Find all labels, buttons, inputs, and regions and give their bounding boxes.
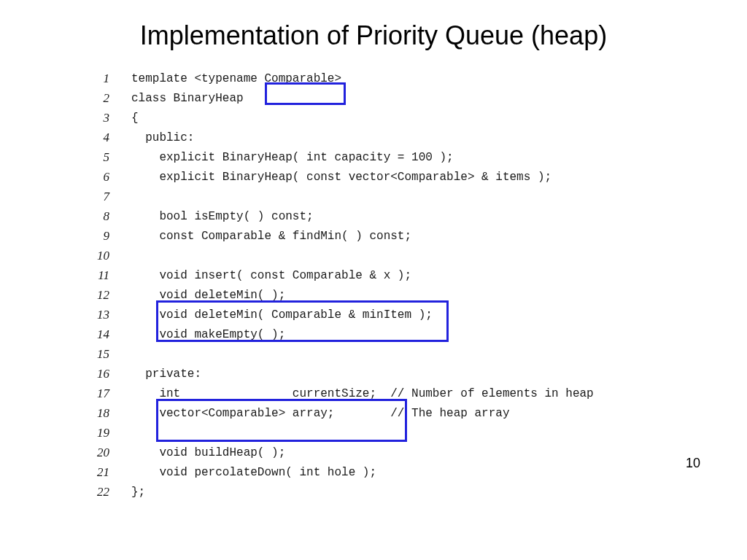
code-block: 1template <typename Comparable>2class Bi… — [88, 69, 747, 502]
code-text: vector<Comparable> array; // The heap ar… — [131, 407, 509, 420]
code-line: 7 — [88, 187, 747, 206]
line-number: 2 — [88, 91, 109, 106]
code-text: class BinaryHeap — [131, 92, 244, 105]
code-line: 11 void insert( const Comparable & x ); — [88, 265, 747, 285]
code-line: 20 void buildHeap( ); — [88, 443, 747, 462]
code-text: void deleteMin( ); — [131, 289, 285, 302]
code-line: 22}; — [88, 482, 747, 502]
code-text: { — [131, 112, 139, 125]
line-number: 5 — [88, 150, 109, 165]
code-text: template <typename Comparable> — [131, 72, 341, 85]
line-number: 22 — [88, 485, 109, 499]
code-line: 6 explicit BinaryHeap( const vector<Comp… — [88, 167, 747, 187]
code-line: 5 explicit BinaryHeap( int capacity = 10… — [88, 147, 747, 167]
code-line: 14 void makeEmpty( ); — [88, 324, 747, 344]
code-text: explicit BinaryHeap( const vector<Compar… — [131, 171, 551, 184]
code-line: 13 void deleteMin( Comparable & minItem … — [88, 305, 747, 324]
page-number: 10 — [686, 456, 700, 471]
line-number: 7 — [88, 190, 109, 204]
code-line: 9 const Comparable & findMin( ) const; — [88, 226, 747, 246]
line-number: 17 — [88, 386, 109, 401]
code-line: 8 bool isEmpty( ) const; — [88, 206, 747, 226]
code-text: void percolateDown( int hole ); — [131, 466, 376, 479]
line-number: 13 — [88, 308, 109, 322]
code-text: void buildHeap( ); — [131, 446, 285, 459]
line-number: 14 — [88, 327, 109, 342]
slide-title: Implementation of Priority Queue (heap) — [0, 20, 747, 51]
line-number: 11 — [88, 268, 109, 283]
code-text: public: — [131, 131, 194, 144]
code-line: 3{ — [88, 108, 747, 128]
line-number: 8 — [88, 209, 109, 224]
line-number: 10 — [88, 249, 109, 263]
line-number: 3 — [88, 111, 109, 125]
code-line: 2class BinaryHeap — [88, 88, 747, 108]
code-line: 19 — [88, 423, 747, 443]
code-text: }; — [131, 486, 145, 499]
code-line: 18 vector<Comparable> array; // The heap… — [88, 403, 747, 423]
code-text: void insert( const Comparable & x ); — [131, 269, 411, 282]
code-text: void deleteMin( Comparable & minItem ); — [131, 308, 433, 322]
code-text: void makeEmpty( ); — [131, 328, 285, 341]
code-text: private: — [131, 368, 201, 381]
line-number: 9 — [88, 229, 109, 244]
code-text: int currentSize; // Number of elements i… — [131, 387, 594, 400]
line-number: 20 — [88, 446, 109, 460]
line-number: 6 — [88, 170, 109, 184]
code-line: 12 void deleteMin( ); — [88, 285, 747, 305]
line-number: 19 — [88, 426, 109, 440]
code-line: 16 private: — [88, 364, 747, 384]
line-number: 16 — [88, 367, 109, 381]
code-line: 1template <typename Comparable> — [88, 69, 747, 88]
code-text: bool isEmpty( ) const; — [131, 210, 314, 223]
code-text: explicit BinaryHeap( int capacity = 100 … — [131, 151, 454, 164]
code-text: const Comparable & findMin( ) const; — [131, 230, 411, 243]
code-line: 17 int currentSize; // Number of element… — [88, 384, 747, 403]
line-number: 18 — [88, 406, 109, 421]
line-number: 4 — [88, 131, 109, 145]
line-number: 1 — [88, 71, 109, 86]
code-line: 15 — [88, 344, 747, 364]
line-number: 15 — [88, 347, 109, 362]
line-number: 12 — [88, 288, 109, 303]
line-number: 21 — [88, 465, 109, 480]
code-line: 21 void percolateDown( int hole ); — [88, 462, 747, 482]
code-line: 4 public: — [88, 128, 747, 147]
code-line: 10 — [88, 246, 747, 265]
